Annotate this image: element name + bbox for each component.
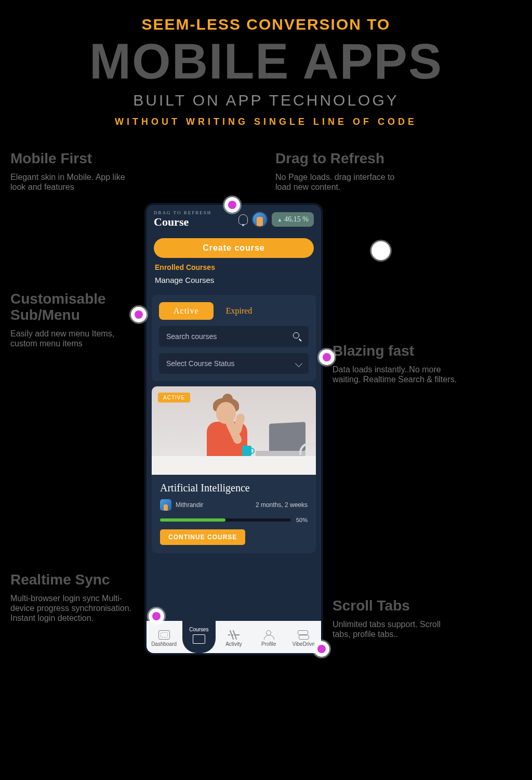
select-placeholder: Select Course Status bbox=[166, 359, 235, 368]
nav-label: Profile bbox=[261, 641, 276, 647]
nav-activity[interactable]: Activity bbox=[216, 621, 251, 653]
create-course-button[interactable]: Create course bbox=[154, 238, 314, 258]
screen-title: Course bbox=[154, 215, 234, 229]
callout-title: Mobile First bbox=[10, 151, 135, 167]
nav-label: Activity bbox=[225, 641, 242, 647]
search-icon bbox=[293, 332, 301, 341]
phone-mockup: DRAG TO REFRESH Course ▲ 46.15 % Create … bbox=[144, 203, 323, 655]
callout-title: Customisable Sub/Menu bbox=[10, 291, 135, 323]
callout-drag-refresh: Drag to Refresh No Page loads. drag inte… bbox=[275, 151, 400, 192]
hero-subtitle-bottom: WITHOUT WRITING SINGLE LINE OF CODE bbox=[10, 116, 522, 127]
callout-title: Scroll Tabs bbox=[332, 598, 457, 614]
course-author[interactable]: Mithrandir bbox=[160, 499, 203, 511]
tab-active[interactable]: Active bbox=[159, 302, 214, 320]
callout-realtime-sync: Realtime Sync Multi-browser login sync M… bbox=[10, 572, 135, 623]
search-placeholder: Search courses bbox=[166, 332, 217, 341]
callout-blazing-fast: Blazing fast Data loads instantly..No mo… bbox=[332, 343, 457, 384]
nav-profile[interactable]: Profile bbox=[251, 621, 286, 653]
progress-pct: 50% bbox=[296, 517, 308, 523]
continue-course-button[interactable]: CONTINUE COURSE bbox=[160, 529, 245, 545]
hero-title: MOBILE APPS bbox=[10, 36, 522, 86]
hotspot-dot[interactable] bbox=[319, 349, 335, 365]
filter-panel: Active Expired Search courses Select Cou… bbox=[152, 295, 316, 381]
chevron-down-icon bbox=[295, 360, 302, 367]
profile-icon bbox=[263, 630, 274, 640]
callout-scroll-tabs: Scroll Tabs Unlimited tabs support. Scro… bbox=[332, 598, 457, 639]
drive-icon bbox=[298, 630, 309, 640]
course-title: Artificial Intelligence bbox=[160, 482, 308, 494]
search-input[interactable]: Search courses bbox=[159, 326, 309, 347]
callout-body: Multi-browser login sync Multi-device pr… bbox=[10, 593, 135, 623]
nav-label: Courses bbox=[189, 627, 208, 632]
course-thumbnail: ACTIVE bbox=[152, 386, 316, 475]
author-avatar-icon bbox=[160, 499, 171, 511]
hotspot-dot[interactable] bbox=[224, 197, 240, 213]
hero-subtitle-top: SEEM-LESS CONVERSION TO bbox=[10, 16, 522, 33]
user-avatar[interactable] bbox=[252, 212, 268, 227]
bottom-nav: Dashboard Courses Activity Profile VibeD… bbox=[147, 621, 321, 653]
completion-badge[interactable]: ▲ 46.15 % bbox=[272, 212, 314, 227]
progress-bar bbox=[160, 518, 291, 522]
completion-pct: 46.15 % bbox=[284, 215, 309, 224]
tab-expired[interactable]: Expired bbox=[226, 306, 252, 316]
callout-custom-menu: Customisable Sub/Menu Easily add new men… bbox=[10, 291, 135, 348]
callout-body: Easily add new menu Items, custom menu i… bbox=[10, 329, 135, 348]
book-icon bbox=[193, 634, 205, 644]
author-name: Mithrandir bbox=[176, 501, 203, 509]
hotspot-dot[interactable] bbox=[371, 241, 390, 260]
callout-body: No Page loads. drag interface to load ne… bbox=[275, 172, 400, 192]
manage-courses-link[interactable]: Manage Courses bbox=[147, 276, 321, 290]
hotspot-dot[interactable] bbox=[314, 641, 329, 657]
nav-label: VibeDrive bbox=[292, 641, 315, 647]
nav-courses[interactable]: Courses bbox=[181, 621, 216, 653]
status-select[interactable]: Select Course Status bbox=[159, 353, 309, 374]
hotspot-dot[interactable] bbox=[131, 307, 147, 322]
course-age: 2 months, 2 weeks bbox=[256, 501, 308, 509]
dashboard-icon bbox=[158, 630, 170, 640]
callout-body: Elegant skin in Mobile. App like look an… bbox=[10, 172, 135, 192]
course-card[interactable]: ACTIVE Artificial Intelligence Mithrandi… bbox=[152, 386, 316, 553]
enrolled-courses-label: Enrolled Courses bbox=[147, 263, 321, 276]
activity-icon bbox=[228, 630, 240, 640]
callout-mobile-first: Mobile First Elegant skin in Mobile. App… bbox=[10, 151, 135, 192]
arrow-up-icon: ▲ bbox=[277, 217, 282, 223]
callout-body: Unlimited tabs support. Scroll tabs, pro… bbox=[332, 619, 457, 639]
progress-fill bbox=[160, 518, 225, 522]
callout-title: Drag to Refresh bbox=[275, 151, 400, 167]
nav-label: Dashboard bbox=[151, 641, 177, 647]
hotspot-dot[interactable] bbox=[149, 608, 164, 624]
callout-title: Blazing fast bbox=[332, 343, 457, 359]
hero-subtitle-mid: BUILT ON APP TECHNOLOGY bbox=[10, 92, 522, 109]
nav-dashboard[interactable]: Dashboard bbox=[147, 621, 181, 653]
callout-body: Data loads instantly..No more waiting. R… bbox=[332, 365, 457, 384]
course-status-badge: ACTIVE bbox=[158, 393, 190, 402]
callout-title: Realtime Sync bbox=[10, 572, 135, 588]
notification-bell-icon[interactable] bbox=[238, 214, 248, 225]
drag-refresh-label: DRAG TO REFRESH bbox=[154, 210, 234, 215]
